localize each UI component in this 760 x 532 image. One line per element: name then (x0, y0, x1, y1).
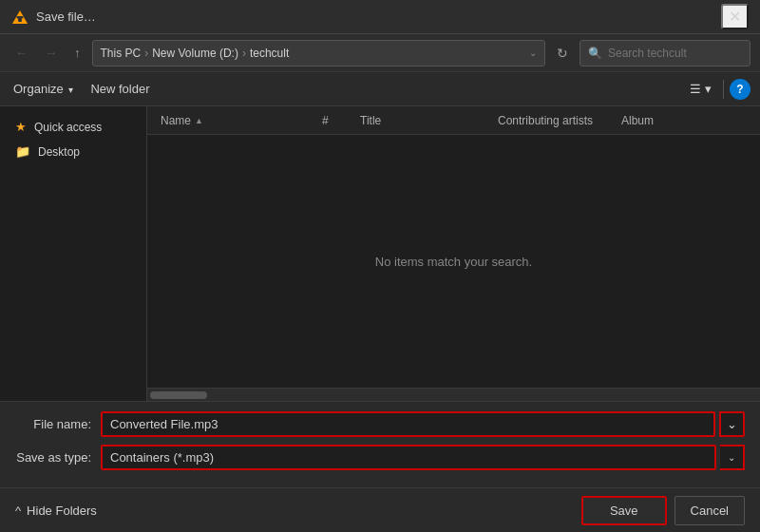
nav-bar: ← → ↑ This PC › New Volume (D:) › techcu… (0, 34, 760, 72)
main-content: ★ Quick access 📁 Desktop Name ▲ # Title … (0, 106, 760, 401)
title-bar-left: Save file… (11, 9, 96, 26)
footer: ^ Hide Folders Save Cancel (0, 487, 760, 532)
save-button[interactable]: Save (581, 496, 667, 525)
breadcrumb-this-pc: This PC (101, 47, 142, 60)
new-folder-button[interactable]: New folder (86, 80, 153, 98)
filename-input[interactable] (101, 411, 715, 437)
scrollbar-area[interactable] (147, 388, 760, 401)
sidebar-item-quick-access[interactable]: ★ Quick access (4, 115, 142, 139)
search-bar: 🔍 (580, 40, 750, 66)
col-num-label: # (322, 114, 329, 127)
hide-folders-button[interactable]: ^ Hide Folders (15, 504, 97, 518)
title-bar-title: Save file… (36, 10, 96, 24)
column-headers: Name ▲ # Title Contributing artists Albu… (147, 106, 760, 135)
svg-rect-1 (18, 18, 22, 22)
file-content: No items match your search. (147, 135, 760, 388)
search-icon: 🔍 (588, 47, 602, 60)
organize-label: Organize (13, 82, 64, 96)
search-input[interactable] (608, 47, 742, 60)
breadcrumb[interactable]: This PC › New Volume (D:) › techcult ⌄ (92, 40, 546, 66)
savetype-label: Save as type: (15, 450, 101, 465)
refresh-button[interactable]: ↻ (551, 43, 574, 64)
savetype-dropdown-button[interactable]: ⌄ (720, 445, 745, 470)
file-list: Name ▲ # Title Contributing artists Albu… (147, 106, 760, 401)
view-button[interactable]: ☰ ▾ (684, 80, 717, 98)
col-header-number[interactable]: # (314, 114, 352, 127)
hide-folders-icon: ^ (15, 504, 21, 518)
vlc-icon (11, 9, 28, 26)
breadcrumb-techcult: techcult (250, 47, 289, 60)
bottom-section: File name: ⌄ Save as type: Containers (*… (0, 401, 760, 487)
filename-row: File name: ⌄ (15, 411, 745, 437)
col-header-album[interactable]: Album (614, 114, 754, 127)
savetype-wrapper: Containers (*.mp3) ⌄ (101, 445, 745, 470)
organize-arrow: ▾ (68, 85, 73, 95)
filename-label: File name: (15, 417, 101, 431)
footer-buttons: Save Cancel (581, 496, 745, 525)
empty-message: No items match your search. (375, 255, 532, 269)
savetype-select[interactable]: Containers (*.mp3) (101, 445, 716, 470)
breadcrumb-arrow[interactable]: ⌄ (529, 48, 537, 58)
folder-icon: 📁 (15, 144, 30, 159)
view-arrow: ▾ (705, 82, 712, 96)
savetype-row: Save as type: Containers (*.mp3) ⌄ (15, 445, 745, 470)
up-button[interactable]: ↑ (68, 43, 86, 63)
divider (723, 80, 724, 99)
col-header-contributing-artists[interactable]: Contributing artists (490, 114, 614, 127)
scrollbar-thumb[interactable] (150, 391, 207, 399)
view-icon: ☰ (690, 82, 701, 96)
sidebar-label-desktop: Desktop (38, 145, 80, 159)
col-artists-label: Contributing artists (498, 114, 593, 127)
breadcrumb-new-volume: New Volume (D:) (152, 47, 238, 60)
sidebar-label-quick-access: Quick access (34, 121, 102, 134)
forward-button[interactable]: → (39, 43, 63, 63)
breadcrumb-sep1: › (144, 47, 148, 60)
title-bar: Save file… ✕ (0, 0, 760, 34)
help-button[interactable]: ? (730, 79, 750, 100)
back-button[interactable]: ← (10, 43, 33, 63)
star-icon: ★ (15, 120, 27, 134)
col-title-label: Title (360, 114, 381, 127)
hide-folders-label: Hide Folders (27, 504, 97, 518)
col-name-label: Name (161, 114, 191, 127)
breadcrumb-sep2: › (242, 47, 246, 60)
col-album-label: Album (621, 114, 654, 127)
sidebar: ★ Quick access 📁 Desktop (0, 106, 147, 401)
svg-rect-2 (17, 16, 24, 19)
filename-input-container: ⌄ (101, 411, 745, 437)
action-bar-right: ☰ ▾ ? (684, 79, 750, 100)
col-header-title[interactable]: Title (352, 114, 490, 127)
organize-button[interactable]: Organize ▾ (10, 80, 77, 98)
sort-icon: ▲ (195, 116, 203, 125)
col-header-name[interactable]: Name ▲ (153, 114, 314, 127)
action-bar: Organize ▾ New folder ☰ ▾ ? (0, 72, 760, 106)
sidebar-item-desktop[interactable]: 📁 Desktop (4, 140, 142, 163)
cancel-button[interactable]: Cancel (674, 496, 745, 525)
filename-dropdown-button[interactable]: ⌄ (719, 411, 745, 437)
close-button[interactable]: ✕ (721, 4, 749, 29)
